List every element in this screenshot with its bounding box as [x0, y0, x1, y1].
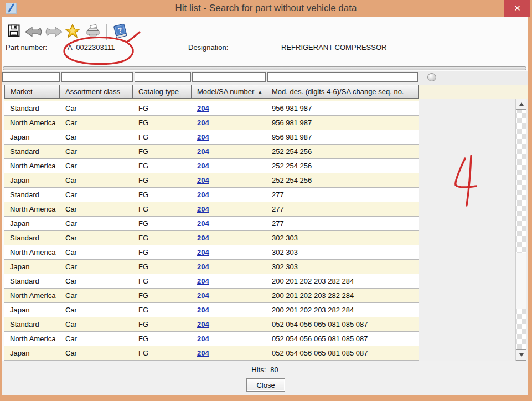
cell-catalog-type: FG	[133, 234, 192, 242]
cell-market: Japan	[4, 263, 60, 271]
model-sa-link[interactable]: 204	[197, 234, 209, 242]
cell-mod-des: 956 981 987	[266, 104, 419, 112]
model-sa-link[interactable]: 204	[197, 219, 209, 228]
back-button[interactable]	[24, 26, 43, 40]
cell-assortment-class: Car	[60, 320, 133, 328]
column-header-market[interactable]: Market	[4, 85, 60, 99]
cell-market: Standard	[4, 320, 60, 328]
cell-model-sa: 204	[192, 263, 266, 271]
model-sa-link[interactable]: 204	[197, 263, 209, 271]
cell-assortment-class: Car	[60, 349, 133, 357]
table-row: JapanCarFG204252 254 256	[4, 173, 419, 188]
column-header-catalog-type[interactable]: Catalog type	[133, 85, 192, 99]
column-header-label: Assortment class	[65, 88, 120, 96]
cell-market: Standard	[4, 104, 60, 112]
cell-model-sa: 204	[192, 248, 266, 256]
part-number-label: Part number:	[6, 43, 47, 52]
close-window-button[interactable]: ✕	[504, 0, 530, 17]
triangle-down-icon	[519, 353, 524, 357]
cell-market: Japan	[4, 219, 60, 228]
cell-catalog-type: FG	[133, 335, 192, 343]
model-sa-link[interactable]: 204	[197, 306, 209, 314]
model-sa-link[interactable]: 204	[197, 335, 209, 343]
close-button[interactable]: Close	[246, 378, 285, 392]
designation-label: Designation:	[188, 43, 228, 52]
model-sa-link[interactable]: 204	[197, 277, 209, 285]
cell-assortment-class: Car	[60, 162, 133, 170]
cell-catalog-type: FG	[133, 205, 192, 213]
cell-model-sa: 204	[192, 320, 266, 328]
sort-ascending-icon: ▲	[257, 89, 262, 95]
arrow-left-icon	[24, 30, 43, 39]
model-sa-link[interactable]: 204	[197, 291, 209, 300]
hits-value: 80	[270, 366, 278, 374]
table-right-filler	[419, 99, 528, 361]
table-row: North AmericaCarFG204052 054 056 065 081…	[4, 332, 419, 346]
cell-model-sa: 204	[192, 147, 266, 156]
scroll-down-button[interactable]	[516, 349, 526, 361]
filter-input-market[interactable]	[2, 72, 60, 82]
filter-input-catalog[interactable]	[135, 72, 191, 82]
cell-assortment-class: Car	[60, 104, 133, 112]
model-sa-link[interactable]: 204	[197, 133, 209, 141]
cell-model-sa: 204	[192, 349, 266, 357]
cell-catalog-type: FG	[133, 349, 192, 357]
model-sa-link[interactable]: 204	[197, 162, 209, 170]
filter-knob-button[interactable]	[427, 73, 436, 81]
model-sa-link[interactable]: 204	[197, 104, 209, 112]
designation-value: REFRIGERANT COMPRESSOR	[281, 43, 386, 52]
toolbar-separator	[106, 24, 107, 40]
column-header-assortment-class[interactable]: Assortment class	[60, 85, 133, 99]
cell-assortment-class: Car	[60, 306, 133, 314]
hits-label: Hits:	[251, 366, 266, 374]
cell-assortment-class: Car	[60, 133, 133, 141]
filter-input-moddes[interactable]	[267, 72, 418, 82]
model-sa-link[interactable]: 204	[197, 205, 209, 213]
table-row: JapanCarFG204302 303	[4, 260, 419, 274]
cell-assortment-class: Car	[60, 248, 133, 256]
model-sa-link[interactable]: 204	[197, 248, 209, 256]
model-sa-link[interactable]: 204	[197, 176, 209, 184]
cell-catalog-type: FG	[133, 119, 192, 127]
cell-model-sa: 204	[192, 119, 266, 127]
model-sa-link[interactable]: 204	[197, 349, 209, 357]
filter-input-model[interactable]	[192, 72, 266, 82]
column-header-mod-des[interactable]: Mod. des. (digits 4-6)/SA change seq. no…	[266, 85, 419, 99]
cell-assortment-class: Car	[60, 147, 133, 156]
part-number-value: A 0022303111	[68, 43, 115, 52]
cell-assortment-class: Car	[60, 263, 133, 271]
print-button[interactable]	[85, 24, 102, 41]
cell-mod-des: 252 254 256	[266, 176, 419, 184]
printer-icon	[85, 31, 102, 40]
table-row: StandardCarFG204052 054 056 065 081 085 …	[4, 317, 419, 332]
help-button[interactable]: ?	[111, 23, 130, 42]
cell-market: Standard	[4, 147, 60, 156]
cell-market: Standard	[4, 191, 60, 199]
vertical-scrollbar[interactable]	[515, 99, 526, 361]
scrollbar-thumb[interactable]	[516, 253, 526, 309]
cell-mod-des: 302 303	[266, 248, 419, 256]
table-row: JapanCarFG204200 201 202 203 282 284	[4, 303, 419, 317]
table-row: North AmericaCarFG204302 303	[4, 245, 419, 260]
cell-catalog-type: FG	[133, 147, 192, 156]
scroll-up-button[interactable]	[516, 99, 526, 110]
save-button[interactable]	[8, 24, 20, 39]
model-sa-link[interactable]: 204	[197, 119, 209, 127]
filter-input-assortment[interactable]	[61, 72, 133, 82]
cell-assortment-class: Car	[60, 191, 133, 199]
cell-model-sa: 204	[192, 191, 266, 199]
table-header: Market Assortment class Catalog type Mod…	[4, 85, 419, 99]
favorite-button[interactable]	[65, 24, 80, 40]
model-sa-link[interactable]: 204	[197, 191, 209, 199]
forward-button[interactable]	[45, 26, 63, 40]
column-header-label: Mod. des. (digits 4-6)/SA change seq. no…	[272, 88, 404, 96]
cell-catalog-type: FG	[133, 248, 192, 256]
table-row: StandardCarFG204277	[4, 188, 419, 202]
model-sa-link[interactable]: 204	[197, 320, 209, 328]
table-row: JapanCarFG204277	[4, 217, 419, 231]
model-sa-link[interactable]: 204	[197, 147, 209, 156]
cell-catalog-type: FG	[133, 191, 192, 199]
grid-splitter-bar[interactable]	[3, 66, 526, 70]
column-header-model-sa-number[interactable]: Model/SA number ▲	[192, 85, 266, 99]
cell-model-sa: 204	[192, 219, 266, 228]
